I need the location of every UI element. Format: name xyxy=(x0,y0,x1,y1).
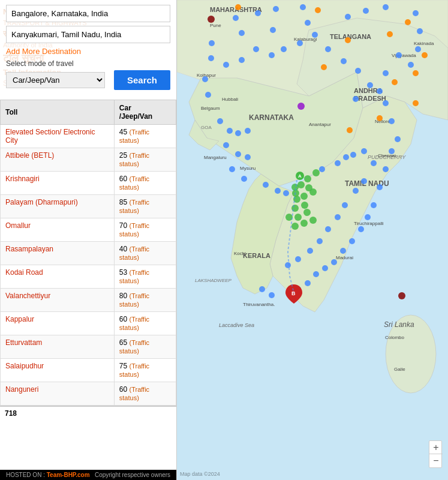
table-row: Nanguneri60 (Traffic status) xyxy=(1,382,176,406)
svg-text:PUDUCHERRY: PUDUCHERRY xyxy=(368,154,406,160)
svg-point-71 xyxy=(227,128,233,134)
svg-text:KERALA: KERALA xyxy=(243,252,270,259)
svg-point-77 xyxy=(229,166,235,172)
svg-text:MAHARASHTRA: MAHARASHTRA xyxy=(210,6,262,13)
svg-point-55 xyxy=(367,82,373,88)
svg-point-140 xyxy=(300,193,308,200)
svg-point-92 xyxy=(325,226,331,232)
svg-point-98 xyxy=(269,292,275,298)
svg-point-60 xyxy=(312,32,318,38)
svg-point-84 xyxy=(343,154,349,160)
svg-point-75 xyxy=(235,151,241,157)
svg-point-42 xyxy=(209,40,215,46)
svg-text:Sri Lanka: Sri Lanka xyxy=(384,320,414,329)
svg-point-74 xyxy=(223,142,229,148)
svg-point-148 xyxy=(300,220,308,227)
svg-text:GOA: GOA xyxy=(201,125,212,130)
svg-point-136 xyxy=(305,184,312,191)
col-toll-header: Toll xyxy=(1,100,115,125)
table-row: Valanchettiyur80 (Traffic status) xyxy=(1,289,176,312)
origin-input[interactable] xyxy=(6,5,170,22)
map-svg: MAHARASHTRA TELANGANA ANDHRA PRADESH KAR… xyxy=(177,0,448,480)
svg-point-118 xyxy=(405,19,411,25)
svg-point-110 xyxy=(383,166,389,172)
map-area: MAHARASHTRA TELANGANA ANDHRA PRADESH KAR… xyxy=(177,0,448,480)
svg-point-52 xyxy=(408,62,414,68)
svg-point-63 xyxy=(269,52,275,58)
svg-text:Kolhapur: Kolhapur xyxy=(197,73,216,78)
mode-select[interactable]: Car/Jeep/Van Bus Truck LCV Two Wheeler xyxy=(6,72,105,88)
svg-point-78 xyxy=(241,176,247,182)
svg-point-76 xyxy=(245,154,251,160)
svg-point-125 xyxy=(413,100,419,106)
svg-point-107 xyxy=(365,214,371,220)
svg-point-123 xyxy=(392,79,398,85)
svg-point-145 xyxy=(294,214,302,221)
toll-name-cell: Etturvattam xyxy=(1,335,115,359)
svg-point-114 xyxy=(383,100,389,106)
svg-text:Nellore: Nellore xyxy=(375,119,390,124)
site-name: Team-BHP.com xyxy=(47,472,90,478)
table-row: Rasampalayan40 (Traffic status) xyxy=(1,242,176,265)
svg-point-126 xyxy=(377,115,383,121)
map-watermark: Map data ©2024 xyxy=(180,471,220,477)
svg-text:ANDHRA: ANDHRA xyxy=(354,87,383,94)
add-destination-link[interactable]: Add More Destination xyxy=(6,47,170,56)
svg-point-141 xyxy=(309,188,317,196)
svg-marker-1 xyxy=(177,0,448,108)
toll-amount-cell: 60 (Traffic status) xyxy=(114,172,176,195)
table-row: Attibele (BETL)25 (Traffic status) xyxy=(1,148,176,172)
svg-point-59 xyxy=(325,46,331,52)
svg-point-120 xyxy=(387,31,393,37)
total-row: 718 xyxy=(0,406,176,420)
svg-point-101 xyxy=(313,271,319,277)
svg-point-96 xyxy=(285,262,291,268)
svg-point-45 xyxy=(305,20,311,26)
svg-point-51 xyxy=(415,46,421,52)
svg-text:Anantapur: Anantapur xyxy=(309,122,331,127)
search-button[interactable]: Search xyxy=(114,70,170,90)
svg-point-105 xyxy=(349,238,355,244)
svg-point-113 xyxy=(389,118,395,124)
svg-point-119 xyxy=(413,70,419,76)
svg-point-143 xyxy=(291,205,299,212)
svg-point-103 xyxy=(331,259,337,265)
svg-point-85 xyxy=(350,152,356,158)
toll-amount-cell: 75 (Traffic status) xyxy=(114,359,176,382)
svg-point-142 xyxy=(301,202,308,209)
svg-point-135 xyxy=(297,181,305,188)
zoom-out-button[interactable]: − xyxy=(429,454,443,467)
toll-amount-cell: 65 (Traffic status) xyxy=(114,335,176,359)
svg-point-79 xyxy=(263,182,269,188)
svg-point-99 xyxy=(295,286,301,292)
svg-text:Galle: Galle xyxy=(394,367,405,372)
svg-point-139 xyxy=(293,196,300,203)
zoom-control[interactable]: + − xyxy=(429,440,442,468)
hosted-label: HOSTED ON : xyxy=(6,472,45,478)
svg-marker-5 xyxy=(231,174,294,294)
svg-point-137 xyxy=(292,190,299,197)
svg-text:TELANGANA: TELANGANA xyxy=(330,33,371,40)
toll-amount-cell: 85 (Traffic status) xyxy=(114,195,176,218)
svg-marker-4 xyxy=(270,96,417,312)
toll-amount-cell: 53 (Traffic status) xyxy=(114,265,176,289)
svg-point-67 xyxy=(208,55,214,61)
zoom-in-button[interactable]: + xyxy=(429,441,443,454)
svg-point-87 xyxy=(371,160,377,166)
toll-amount-cell: 25 (Traffic status) xyxy=(114,148,176,172)
toll-amount-cell: 60 (Traffic status) xyxy=(114,382,176,406)
svg-text:Madurai: Madurai xyxy=(336,255,353,260)
svg-point-82 xyxy=(319,166,325,172)
toll-name-cell: Nanguneri xyxy=(1,382,115,406)
toll-amount-cell: 40 (Traffic status) xyxy=(114,242,176,265)
svg-text:Belgaum: Belgaum xyxy=(201,106,220,111)
toll-amount-cell: 60 (Traffic status) xyxy=(114,312,176,335)
table-row: Etturvattam65 (Traffic status) xyxy=(1,335,176,359)
table-row: Krishnagiri60 (Traffic status) xyxy=(1,172,176,195)
total-amount: 718 xyxy=(5,409,17,418)
svg-text:Thiruvanantha.: Thiruvanantha. xyxy=(243,302,275,307)
svg-point-72 xyxy=(235,130,241,136)
svg-point-102 xyxy=(322,265,328,271)
destination-input[interactable] xyxy=(6,26,170,43)
svg-point-111 xyxy=(389,148,395,154)
